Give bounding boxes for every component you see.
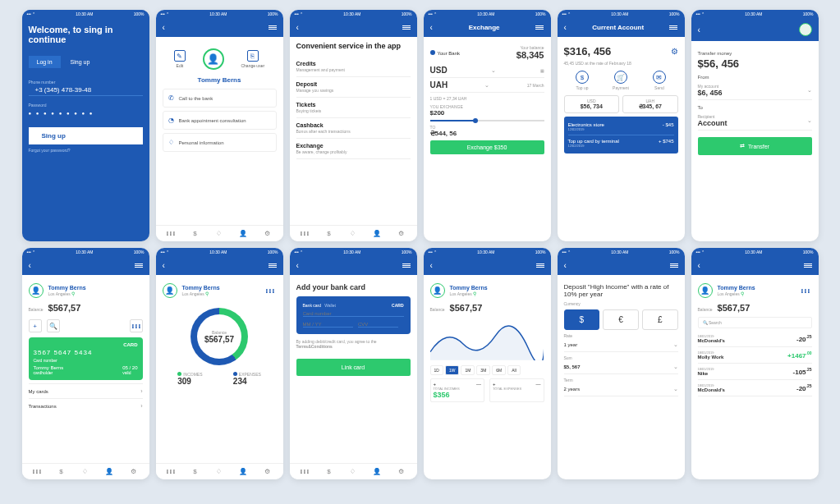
gear-icon[interactable]: ⚙ — [397, 229, 406, 239]
menu-icon[interactable] — [402, 263, 411, 268]
period-1w[interactable]: 1W — [445, 365, 460, 375]
password-input[interactable]: ● ● ● ● ● ● ● ● ● — [22, 108, 149, 119]
call-bank-item[interactable]: ✆Call to the bank — [163, 89, 277, 108]
shield-icon[interactable]: ♢ — [348, 467, 358, 477]
transaction-row[interactable]: Electronics store12/02/2019- $45 — [568, 121, 674, 133]
gear-icon[interactable]: ⚙ — [397, 467, 406, 477]
search-input[interactable]: 🔍 Search — [698, 317, 812, 328]
rate-select[interactable]: 1 year⌄ — [564, 338, 678, 352]
period-all[interactable]: All — [507, 365, 521, 375]
add-button[interactable]: + — [29, 319, 42, 332]
gear-icon[interactable]: ⚙ — [263, 467, 273, 477]
service-deposit[interactable]: DepositManage you savings — [296, 77, 411, 98]
menu-icon[interactable] — [135, 263, 143, 268]
send-button[interactable]: ✉Send — [653, 71, 666, 90]
menu-icon[interactable] — [535, 25, 544, 30]
back-icon[interactable]: ‹ — [163, 261, 165, 270]
my-cards-link[interactable]: My cards› — [29, 383, 143, 398]
card-number-input[interactable] — [303, 311, 404, 317]
menu-icon[interactable] — [402, 25, 411, 30]
to-account[interactable]: RecipientAccount⌄ — [698, 112, 812, 131]
avatar[interactable] — [799, 23, 812, 36]
transactions-link[interactable]: Transactions› — [29, 398, 143, 413]
back-icon[interactable]: ‹ — [698, 261, 700, 270]
dollar-icon[interactable]: $ — [190, 229, 200, 239]
dollar-icon[interactable]: $ — [324, 229, 334, 239]
back-icon[interactable]: ‹ — [296, 261, 299, 270]
stats-icon[interactable]: ⫾⫾⫾ — [166, 229, 176, 239]
person-icon[interactable]: 👤 — [238, 467, 248, 477]
gear-icon[interactable]: ⚙ — [263, 229, 273, 239]
to-currency[interactable]: UAH⌄17 March — [430, 78, 544, 93]
calendar-icon[interactable]: ▦ — [540, 68, 544, 73]
payment-button[interactable]: 🛒Payment — [613, 71, 629, 90]
person-icon[interactable]: 👤 — [238, 229, 248, 239]
tab-login[interactable]: Log in — [29, 56, 61, 68]
back-icon[interactable]: ‹ — [163, 23, 165, 32]
dollar-icon[interactable]: $ — [324, 467, 334, 477]
uah-chip[interactable]: UAH₴345, 67 — [622, 95, 678, 113]
service-exchange[interactable]: ExchangeBe aware, change profitably — [296, 139, 411, 159]
person-icon[interactable]: 👤 — [104, 467, 114, 477]
stats-icon[interactable]: ⫾⫾⫾ — [32, 467, 42, 477]
back-icon[interactable]: ‹ — [564, 23, 567, 32]
transfer-button[interactable]: ⇄Transfer — [698, 137, 812, 155]
from-currency[interactable]: USD⌄▦ — [430, 63, 544, 78]
cvv-input[interactable] — [358, 322, 398, 328]
expiry-input[interactable] — [303, 322, 354, 328]
search-button[interactable]: 🔍 — [47, 319, 60, 332]
stats-button[interactable]: ⫾⫾⫾ — [130, 319, 143, 332]
stats-icon[interactable]: ⫾⫾⫾ — [300, 467, 310, 477]
signup-button[interactable]: Sing up — [29, 127, 143, 144]
menu-icon[interactable] — [670, 263, 678, 268]
period-6m[interactable]: 6M — [492, 365, 506, 375]
from-account[interactable]: My account$6, 456⌄ — [698, 81, 812, 100]
menu-icon[interactable] — [269, 263, 277, 268]
back-icon[interactable]: ‹ — [698, 25, 700, 34]
shield-icon[interactable]: ♢ — [214, 229, 224, 239]
amount-slider[interactable] — [430, 120, 544, 121]
phone-input[interactable]: +3 (345) 478-39-48 — [29, 85, 143, 96]
gear-icon[interactable]: ⚙ — [129, 467, 139, 477]
currency-eur[interactable]: € — [603, 309, 639, 330]
topup-button[interactable]: $Top up — [576, 71, 589, 90]
shield-icon[interactable]: ♢ — [80, 467, 90, 477]
tab-signup[interactable]: Sing up — [62, 56, 99, 68]
person-icon[interactable]: 👤 — [372, 229, 382, 239]
edit-button[interactable]: ✎Edit — [174, 50, 186, 68]
personal-info-item[interactable]: ♢Personal information — [163, 133, 277, 152]
period-1d[interactable]: 1D — [430, 365, 443, 375]
transaction-row[interactable]: 18/01/2019McDonald's-20.25 — [698, 331, 812, 347]
menu-icon[interactable] — [804, 263, 812, 268]
appointment-item[interactable]: ◔Bank appointment consultation — [163, 111, 277, 130]
menu-icon[interactable] — [669, 25, 677, 30]
dollar-icon[interactable]: $ — [57, 467, 67, 477]
back-icon[interactable]: ‹ — [430, 261, 433, 270]
currency-usd[interactable]: $ — [564, 309, 600, 330]
menu-icon[interactable] — [536, 263, 544, 268]
transaction-row[interactable]: 18/01/2019Molly Work+1467.00 — [698, 347, 812, 364]
term-select[interactable]: 2 years⌄ — [564, 383, 678, 396]
sum-select[interactable]: $5, 567⌄ — [564, 360, 678, 374]
transaction-row[interactable]: 18/01/2019Nike-105.25 — [698, 364, 812, 380]
transaction-row[interactable]: Top up card by terminal12/02/2019+ $745 — [568, 137, 674, 149]
stats-icon[interactable]: ⫾⫾⫾ — [166, 467, 176, 477]
person-icon[interactable]: 👤 — [372, 467, 382, 477]
period-1m[interactable]: 1M — [461, 365, 475, 375]
exchange-button[interactable]: Exchange $350 — [430, 140, 544, 154]
service-credits[interactable]: CreditsManagement and payment — [296, 57, 411, 77]
back-icon[interactable]: ‹ — [430, 23, 433, 32]
stats-button[interactable]: ⫾⫾⫾ — [799, 284, 812, 297]
period-3m[interactable]: 3M — [476, 365, 490, 375]
change-user-button[interactable]: ⎘Change user — [241, 50, 264, 68]
transaction-row[interactable]: 18/01/2019McDonald's-20.25 — [698, 380, 812, 396]
currency-gbp[interactable]: £ — [642, 309, 678, 330]
shield-icon[interactable]: ♢ — [348, 229, 358, 239]
dollar-icon[interactable]: $ — [190, 467, 200, 477]
back-icon[interactable]: ‹ — [29, 261, 31, 270]
stats-button[interactable]: ⫾⫾⫾ — [264, 284, 277, 297]
link-card-button[interactable]: Link card — [296, 359, 411, 376]
menu-icon[interactable] — [269, 25, 277, 30]
service-tickets[interactable]: TicketsBuying tickets — [296, 98, 411, 118]
back-icon[interactable]: ‹ — [296, 23, 299, 32]
